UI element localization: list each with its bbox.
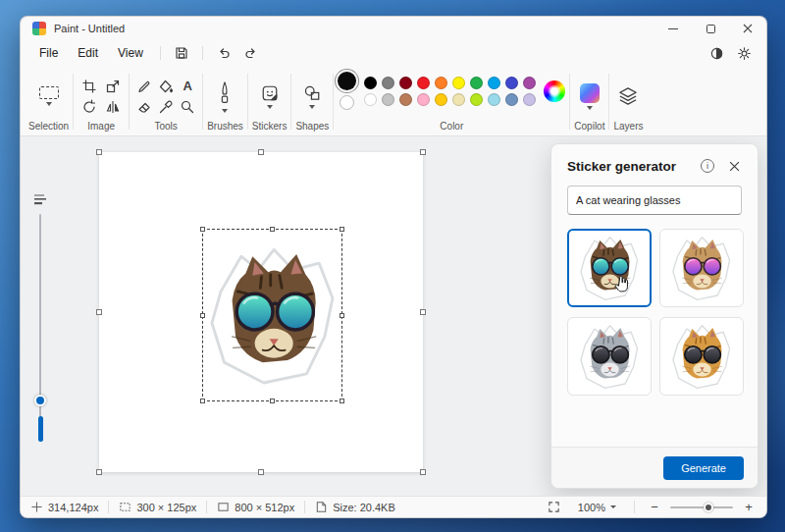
crop-button[interactable] (80, 78, 98, 95)
ribbon-group-shapes: Shapes (293, 68, 331, 135)
color-swatch[interactable] (470, 93, 483, 106)
color-swatch[interactable] (399, 77, 412, 89)
ribbon-group-image: Image (76, 68, 127, 135)
side-slider-thumb[interactable] (34, 395, 46, 406)
title-bar[interactable]: Paint - Untitled (21, 17, 766, 40)
canvas-resize-handle[interactable] (96, 469, 102, 475)
pencil-tool-button[interactable] (135, 78, 153, 95)
canvas-resize-handle[interactable] (420, 309, 426, 315)
cat-sticker-image[interactable] (205, 233, 340, 398)
zoom-out-button[interactable]: − (647, 501, 662, 514)
eraser-tool-button[interactable] (135, 98, 153, 116)
menu-view[interactable]: View (109, 43, 152, 63)
selection-handle[interactable] (340, 399, 344, 403)
selection-tool-button[interactable] (37, 84, 61, 108)
eraser-icon (136, 99, 152, 115)
prompt-input[interactable] (567, 186, 742, 215)
canvas-resize-handle[interactable] (96, 309, 102, 315)
sticker-thumbnail-4[interactable] (659, 317, 744, 396)
selection-handle[interactable] (340, 227, 344, 232)
color-swatch[interactable] (435, 93, 447, 106)
generate-button[interactable]: Generate (663, 456, 744, 480)
color-1-swatch[interactable] (338, 72, 356, 90)
sticker-selection[interactable] (202, 229, 342, 401)
side-slider[interactable] (33, 214, 47, 442)
rotate-button[interactable] (80, 98, 98, 116)
canvas-resize-handle[interactable] (420, 149, 426, 155)
panel-close-button[interactable] (726, 158, 742, 174)
maximize-button[interactable] (692, 17, 729, 40)
brushes-button[interactable] (215, 79, 235, 115)
color-swatch[interactable] (435, 77, 447, 89)
fill-tool-button[interactable] (157, 78, 175, 95)
fit-to-screen-button[interactable] (545, 499, 564, 516)
canvas-resize-handle[interactable] (258, 469, 264, 475)
canvas-resize-handle[interactable] (420, 469, 426, 475)
menu-file[interactable]: File (30, 43, 67, 63)
ribbon-group-label-layers: Layers (613, 121, 643, 133)
canvas-resize-handle[interactable] (258, 149, 264, 155)
magnifier-tool-button[interactable] (179, 98, 196, 116)
selection-handle[interactable] (200, 227, 205, 232)
redo-icon (243, 45, 259, 61)
sticker-thumbnail-2[interactable] (659, 229, 744, 307)
paint-app-icon (32, 22, 46, 35)
selection-handle[interactable] (200, 399, 205, 403)
eyedropper-tool-button[interactable] (157, 98, 175, 116)
selection-handle[interactable] (200, 313, 205, 318)
save-button[interactable] (169, 42, 194, 64)
zoom-slider[interactable] (670, 502, 733, 513)
color-swatch[interactable] (470, 77, 483, 89)
ribbon-group-color: Color (336, 68, 567, 135)
color-swatch[interactable] (523, 93, 536, 106)
ribbon-divider (608, 74, 609, 130)
color-swatch[interactable] (382, 93, 394, 106)
color-2-swatch[interactable] (340, 95, 354, 110)
color-swatch[interactable] (364, 93, 377, 106)
stickers-button[interactable] (259, 82, 281, 111)
minimize-button[interactable] (654, 17, 692, 40)
color-swatch[interactable] (488, 77, 500, 89)
eyedropper-icon (158, 99, 174, 115)
color-swatch[interactable] (417, 93, 430, 106)
sticker-generator-panel: Sticker generator i (550, 143, 759, 489)
flip-button[interactable] (104, 98, 122, 116)
resize-button[interactable] (104, 78, 122, 95)
redo-button[interactable] (238, 42, 264, 64)
color-swatch[interactable] (488, 93, 500, 106)
sticker-thumbnail-1[interactable] (567, 229, 652, 307)
color-swatch[interactable] (382, 77, 394, 89)
canvas-resize-handle[interactable] (96, 149, 102, 155)
custom-color-picker-icon[interactable] (544, 80, 565, 102)
color-swatch[interactable] (399, 93, 412, 106)
selection-handle[interactable] (270, 399, 275, 403)
close-button[interactable] (729, 17, 766, 40)
text-tool-button[interactable]: A (182, 79, 192, 94)
info-icon[interactable]: i (701, 159, 714, 173)
side-toolbar (30, 192, 50, 442)
selection-handle[interactable] (270, 227, 275, 232)
zoom-dropdown[interactable]: 100% (572, 500, 622, 515)
theme-button[interactable] (704, 42, 729, 64)
menu-edit[interactable]: Edit (69, 43, 107, 63)
selection-handle[interactable] (340, 313, 344, 318)
drawing-canvas[interactable] (99, 152, 423, 472)
color-swatch[interactable] (364, 77, 377, 89)
color-swatch[interactable] (505, 77, 518, 89)
color-swatch[interactable] (452, 93, 465, 106)
color-swatch[interactable] (417, 77, 430, 89)
panel-title: Sticker generator (567, 159, 676, 174)
zoom-slider-thumb[interactable] (704, 503, 713, 512)
color-swatch[interactable] (505, 93, 518, 106)
zoom-in-button[interactable]: + (741, 501, 757, 514)
layers-button[interactable] (616, 84, 640, 108)
ribbon-group-label-shapes: Shapes (295, 121, 329, 133)
color-swatch[interactable] (523, 77, 536, 89)
undo-button[interactable] (211, 42, 236, 64)
color-swatch[interactable] (452, 77, 465, 89)
settings-button[interactable] (731, 42, 757, 64)
thickness-icon (33, 192, 47, 206)
shapes-button[interactable] (301, 82, 323, 111)
sticker-thumbnail-3[interactable] (567, 317, 652, 396)
copilot-button[interactable] (578, 81, 602, 112)
